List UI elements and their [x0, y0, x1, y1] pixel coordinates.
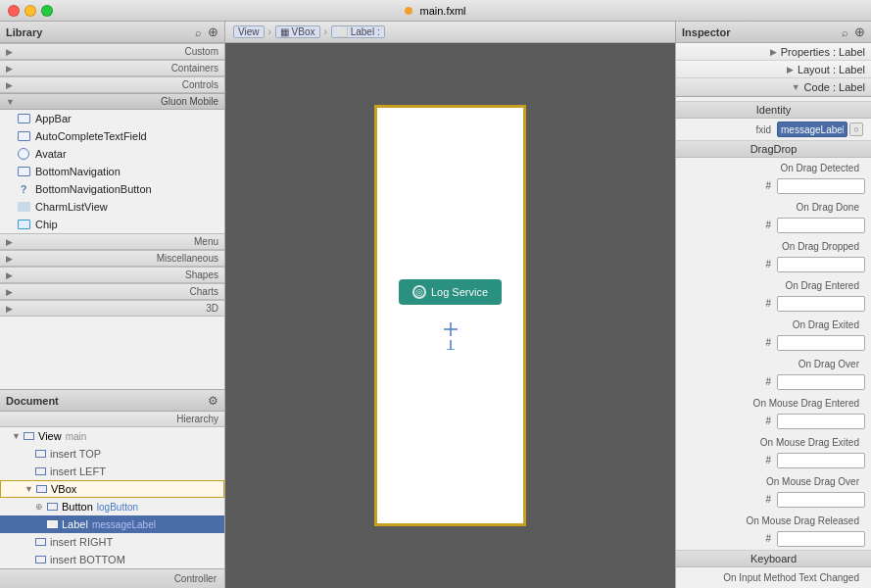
chip-label: Chip	[35, 219, 58, 230]
drag-exited-input-row: #	[676, 334, 871, 354]
autocomplete-icon	[16, 129, 31, 143]
window-controls[interactable]	[8, 5, 53, 17]
section-3d[interactable]: ▶ 3D	[0, 300, 224, 317]
drag-dropped-input-row: #	[676, 256, 871, 275]
inspector-search-icon[interactable]: ⌕	[842, 26, 848, 38]
drag-over-input[interactable]	[777, 374, 865, 390]
mouse-drag-released-input[interactable]	[777, 531, 865, 547]
tree-insert-bottom[interactable]: insert BOTTOM	[0, 551, 224, 568]
vbox-arrow: ▼	[24, 484, 34, 494]
tree-view-main[interactable]: ▼ View main	[0, 427, 224, 445]
code-tab-label: Code : Label	[804, 81, 865, 93]
lib-item-bottomnavbtn[interactable]: ? BottomNavigationButton	[0, 180, 224, 198]
3d-label: 3D	[206, 303, 218, 314]
drag-detected-input[interactable]	[777, 178, 865, 194]
document-gear-icon[interactable]: ⚙	[208, 394, 218, 408]
properties-tab-label: Properties : Label	[781, 46, 865, 58]
avatar-label: Avatar	[35, 148, 67, 160]
charmlist-label: CharmListView	[35, 201, 108, 213]
button-label: Button	[62, 501, 93, 513]
canvas-viewport: ◎ Log Service	[225, 43, 675, 588]
section-gluon-mobile[interactable]: ▼ Gluon Mobile	[0, 93, 224, 110]
label-name: messageLabel	[92, 519, 156, 530]
drag-entered-row: On Drag Entered	[676, 275, 871, 295]
library-title: Library	[6, 26, 42, 38]
mouse-drag-entered-input-row: #	[676, 413, 871, 432]
section-custom[interactable]: ▶ Custom	[0, 43, 224, 60]
lib-item-appbar[interactable]: AppBar	[0, 110, 224, 127]
fxid-input[interactable]	[777, 122, 847, 137]
log-service-label: Log Service	[431, 286, 488, 298]
keyboard-section: Keyboard	[676, 550, 871, 567]
log-service-button[interactable]: ◎ Log Service	[399, 279, 502, 305]
insert-top-label: insert TOP	[50, 448, 101, 460]
drag-dropped-hash: #	[682, 259, 777, 270]
mouse-drag-over-input[interactable]	[777, 492, 865, 508]
tree-insert-left[interactable]: insert LEFT	[0, 463, 224, 480]
code-arrow: ▼	[792, 82, 800, 92]
minimize-button[interactable]	[24, 5, 36, 17]
drag-done-row: On Drag Done	[676, 197, 871, 217]
drag-over-label: On Drag Over	[682, 359, 865, 369]
dragdrop-label: DragDrop	[750, 143, 798, 155]
tree-button[interactable]: ⊕ Button logButton	[0, 498, 224, 515]
library-add-icon[interactable]: ⊕	[208, 24, 218, 39]
section-misc[interactable]: ▶ Miscellaneous	[0, 250, 224, 267]
breadcrumb-vbox[interactable]: ▦ VBox	[275, 25, 320, 38]
mouse-drag-over-hash: #	[682, 494, 777, 505]
fxid-link-btn[interactable]: ○	[849, 122, 863, 136]
drag-done-hash: #	[682, 220, 777, 230]
breadcrumb-view[interactable]: View	[233, 25, 265, 38]
lib-item-avatar[interactable]: Avatar	[0, 145, 224, 163]
tab-layout[interactable]: ▶ Layout : Label	[676, 61, 871, 78]
section-charts[interactable]: ▶ Charts	[0, 283, 224, 300]
lib-item-chip[interactable]: Chip	[0, 216, 224, 233]
tree-insert-top[interactable]: insert TOP	[0, 445, 224, 463]
tree-insert-right[interactable]: insert RIGHT	[0, 533, 224, 551]
drag-dropped-input[interactable]	[777, 257, 865, 272]
tab-code[interactable]: ▼ Code : Label	[676, 78, 871, 96]
lib-item-bottomnav[interactable]: BottomNavigation	[0, 163, 224, 180]
drag-done-input-row: #	[676, 217, 871, 236]
3d-arrow: ▶	[6, 304, 13, 314]
tree-label-message[interactable]: Label messageLabel	[0, 515, 224, 533]
maximize-button[interactable]	[41, 5, 53, 17]
library-search-icon[interactable]: ⌕	[195, 26, 202, 38]
phone-frame: ◎ Log Service	[374, 105, 526, 526]
canvas-add-icon[interactable]	[442, 320, 460, 338]
close-button[interactable]	[8, 5, 20, 17]
tree-vbox[interactable]: ▼ VBox	[0, 480, 224, 498]
mouse-drag-exited-input[interactable]	[777, 453, 865, 468]
section-containers[interactable]: ▶ Containers	[0, 60, 224, 76]
hierarchy-header: Hierarchy	[0, 412, 224, 427]
left-panel: Library ⌕ ⊕ ▶ Custom ▶ Containers ▶ Cont…	[0, 22, 225, 588]
mouse-drag-entered-input[interactable]	[777, 414, 865, 429]
drag-exited-input[interactable]	[777, 335, 865, 351]
mouse-drag-over-row: On Mouse Drag Over	[676, 471, 871, 491]
title-bar: main.fxml	[0, 0, 871, 22]
drag-exited-row: On Drag Exited	[676, 315, 871, 334]
mouse-drag-released-input-row: #	[676, 530, 871, 550]
lib-item-autocomplete[interactable]: AutoCompleteTextField	[0, 127, 224, 145]
button-icon	[45, 501, 59, 513]
tab-properties[interactable]: ▶ Properties : Label	[676, 43, 871, 61]
view-name: main	[66, 431, 87, 442]
inspector-icons: ⌕ ⊕	[842, 24, 865, 39]
custom-arrow: ▶	[6, 47, 13, 57]
mouse-drag-released-row: On Mouse Drag Released	[676, 511, 871, 530]
dragdrop-section: DragDrop	[676, 140, 871, 158]
view-expand-arrow: ▼	[12, 431, 22, 441]
mouse-drag-exited-hash: #	[682, 455, 777, 466]
drag-detected-label: On Drag Detected	[682, 163, 865, 173]
lib-item-charmlist[interactable]: CharmListView	[0, 198, 224, 216]
containers-label: Containers	[171, 63, 218, 74]
drag-done-input[interactable]	[777, 218, 865, 233]
menu-label: Menu	[194, 236, 218, 247]
drag-entered-input[interactable]	[777, 296, 865, 312]
section-controls[interactable]: ▶ Controls	[0, 76, 224, 93]
section-shapes[interactable]: ▶ Shapes	[0, 267, 224, 283]
breadcrumb-label[interactable]: ⬜ Label :	[331, 25, 385, 38]
section-menu[interactable]: ▶ Menu	[0, 233, 224, 250]
inspector-add-icon[interactable]: ⊕	[854, 24, 865, 39]
controls-label: Controls	[182, 79, 218, 90]
